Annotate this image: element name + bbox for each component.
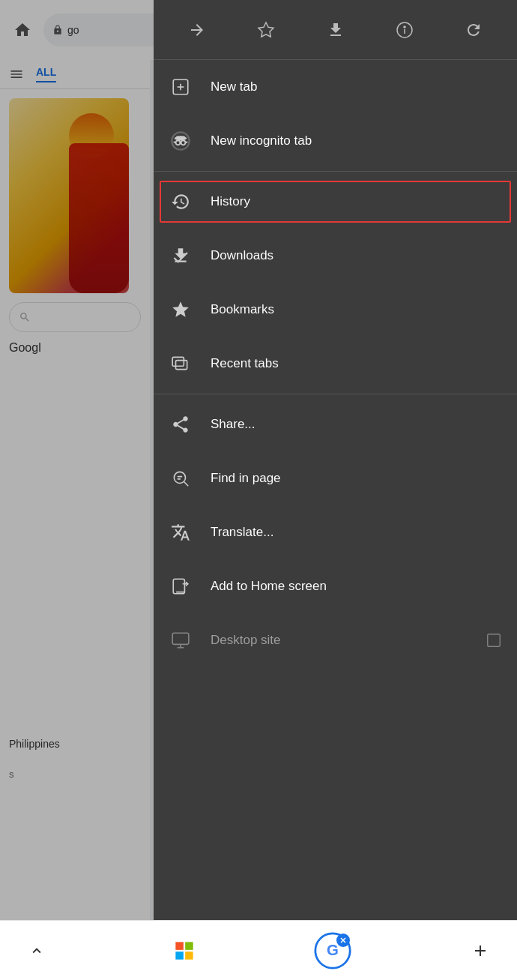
desktop-site-icon [169, 628, 193, 652]
svg-rect-10 [176, 136, 185, 139]
new-tab-bottom-button[interactable] [462, 932, 499, 970]
menu-item-desktop-site[interactable]: Desktop site [154, 613, 517, 667]
svg-rect-16 [172, 357, 184, 366]
close-badge [336, 934, 350, 947]
menu-item-new-tab[interactable]: New tab [154, 60, 517, 114]
menu-item-bookmarks[interactable]: Bookmarks [154, 283, 517, 337]
reload-toolbar-btn[interactable] [442, 13, 505, 46]
incognito-icon [169, 129, 193, 153]
menu-item-find[interactable]: Find in page [154, 451, 517, 505]
downloads-label: Downloads [211, 248, 273, 263]
download-toolbar-btn[interactable] [303, 13, 366, 46]
bottom-nav: G [0, 920, 517, 980]
divider-1 [154, 171, 517, 172]
google-circle-button[interactable]: G [314, 932, 351, 970]
svg-point-18 [174, 472, 185, 483]
back-button[interactable] [18, 932, 55, 970]
svg-line-14 [174, 142, 176, 142]
find-in-page-label: Find in page [211, 471, 281, 486]
find-in-page-icon [169, 466, 193, 490]
star-toolbar-btn[interactable] [235, 13, 297, 46]
menu-item-add-to-home[interactable]: Add to Home screen [154, 559, 517, 613]
add-to-home-label: Add to Home screen [211, 579, 327, 594]
incognito-label: New incognito tab [211, 133, 312, 148]
svg-rect-17 [176, 361, 187, 370]
menu-item-recent-tabs[interactable]: Recent tabs [154, 337, 517, 391]
history-icon [169, 190, 193, 214]
bookmarks-label: Bookmarks [211, 302, 274, 317]
new-tab-label: New tab [211, 79, 257, 94]
svg-rect-20 [178, 478, 181, 480]
svg-rect-22 [172, 633, 189, 644]
windows-icon [174, 940, 195, 961]
translate-icon [169, 520, 193, 544]
plus-icon [471, 942, 489, 960]
dropdown-toolbar [154, 0, 517, 60]
svg-rect-29 [185, 952, 193, 960]
divider-2 [154, 394, 517, 394]
bookmarks-icon [169, 298, 193, 322]
forward-toolbar-btn[interactable] [166, 13, 229, 46]
menu-item-downloads[interactable]: Downloads [154, 229, 517, 283]
menu-item-history[interactable]: History [154, 175, 517, 229]
info-toolbar-btn[interactable] [373, 13, 436, 46]
windows-button[interactable] [166, 932, 203, 970]
translate-label: Translate... [211, 525, 273, 540]
share-icon [169, 412, 193, 436]
dropdown-overlay: New tab [0, 0, 517, 980]
share-label: Share... [211, 417, 256, 432]
svg-rect-19 [178, 476, 183, 478]
svg-rect-27 [185, 942, 193, 950]
desktop-site-checkbox[interactable] [486, 632, 502, 649]
recent-tabs-label: Recent tabs [211, 356, 279, 371]
svg-rect-28 [176, 952, 184, 960]
downloads-icon [169, 244, 193, 268]
menu-backdrop[interactable] [0, 0, 154, 980]
menu-item-incognito[interactable]: New incognito tab [154, 114, 517, 168]
recent-tabs-icon [169, 352, 193, 376]
svg-line-15 [185, 142, 187, 142]
svg-rect-26 [176, 942, 184, 950]
new-tab-icon [169, 75, 193, 99]
svg-point-12 [181, 140, 186, 145]
menu-item-translate[interactable]: Translate... [154, 505, 517, 559]
menu-item-share[interactable]: Share... [154, 397, 517, 451]
svg-point-11 [176, 140, 181, 145]
dropdown-menu: New tab [154, 0, 517, 980]
svg-point-4 [404, 26, 405, 28]
add-to-home-icon [169, 574, 193, 598]
menu-items-list: New tab [154, 60, 517, 920]
desktop-site-label: Desktop site [211, 633, 281, 648]
svg-rect-25 [488, 634, 501, 647]
history-label: History [211, 194, 250, 209]
